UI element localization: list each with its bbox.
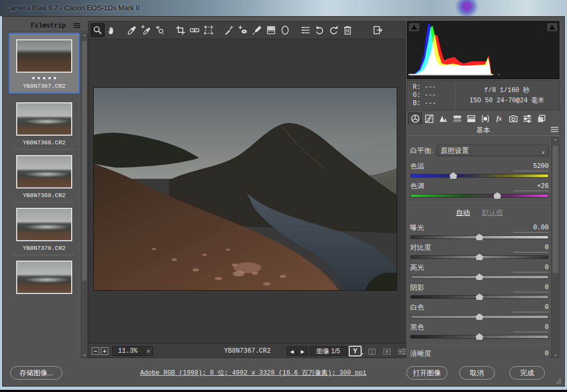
straighten-tool-icon[interactable]	[188, 23, 202, 37]
filmstrip-menu-icon[interactable]	[73, 23, 80, 29]
default-link[interactable]: 默认值	[482, 208, 503, 218]
scroll-up-icon[interactable]: ⌃	[81, 33, 87, 40]
white-balance-label: 白平衡:	[410, 146, 433, 156]
tab-snapshots[interactable]	[534, 113, 548, 124]
preview-statusbar: − + 11.3% ∨ YB8N7367.CR2 ◀ ▶ 图像 1/5 Y	[88, 343, 406, 358]
resize-grip[interactable]	[556, 379, 561, 384]
slider-value-field[interactable]: 5200	[513, 163, 549, 171]
slider-thumb[interactable]	[476, 333, 483, 340]
slider-value-field[interactable]: 0.00	[513, 224, 549, 233]
highlight-clipping-indicator[interactable]	[547, 23, 557, 31]
filmstrip-thumbnail[interactable]: YB8N7370.CR2	[9, 202, 80, 255]
white-balance-tool-icon[interactable]	[125, 23, 139, 37]
filmstrip-thumbnail[interactable]	[9, 255, 80, 294]
slider-track[interactable]	[410, 255, 549, 259]
filmstrip-thumbnail[interactable]: YB8N7368.CR2	[9, 97, 80, 150]
tab-camera-calibration[interactable]	[506, 113, 520, 124]
main-preview-image[interactable]	[93, 87, 397, 291]
scrollbar-thumb[interactable]	[82, 41, 87, 281]
next-image-button[interactable]: ▶	[298, 346, 308, 356]
swap-before-after-icon[interactable]	[365, 346, 378, 356]
slider-thumb[interactable]	[476, 274, 483, 280]
before-after-toggle-button[interactable]: Y	[349, 346, 362, 356]
slider-value-field[interactable]: 0	[513, 304, 549, 312]
slider-label: 白色	[410, 303, 424, 312]
spot-removal-tool-icon[interactable]	[222, 23, 236, 37]
auto-link[interactable]: 自动	[456, 208, 470, 218]
adjustment-brush-tool-icon[interactable]	[250, 23, 264, 37]
slider-value-field[interactable]: 0	[513, 284, 549, 292]
copy-settings-icon[interactable]	[381, 346, 393, 356]
scrollbar-thumb[interactable]	[552, 145, 558, 273]
slider-track[interactable]	[410, 295, 549, 299]
open-image-button[interactable]: 打开图像	[406, 366, 447, 380]
slider-track[interactable]	[410, 174, 549, 178]
slider-thumb[interactable]	[476, 254, 483, 260]
tab-split-toning[interactable]	[464, 113, 478, 124]
crop-tool-icon[interactable]	[174, 23, 188, 37]
slider-thumb[interactable]	[476, 234, 483, 240]
rating-dots[interactable]	[10, 77, 79, 79]
slider-thumb[interactable]	[476, 293, 483, 300]
save-image-button[interactable]: 存储图像...	[10, 366, 63, 380]
fullscreen-toggle-icon[interactable]	[371, 23, 385, 37]
tab-hsl-grayscale[interactable]	[450, 113, 464, 124]
filmstrip-thumbnail[interactable]: YB8N7369.CR2	[9, 150, 80, 202]
previous-image-button[interactable]: ◀	[287, 346, 297, 356]
zoom-in-button[interactable]: +	[101, 347, 108, 355]
radial-filter-tool-icon[interactable]	[278, 23, 292, 37]
delete-icon[interactable]	[341, 23, 355, 37]
rotate-right-icon[interactable]	[327, 23, 341, 37]
slider-track[interactable]	[410, 335, 549, 339]
slider-track[interactable]	[410, 315, 549, 319]
rotate-left-icon[interactable]	[313, 23, 327, 37]
white-balance-select[interactable]: 原照设置 ∨	[437, 145, 549, 156]
red-eye-tool-icon[interactable]	[236, 23, 250, 37]
scroll-down-icon[interactable]: ⌄	[552, 351, 559, 358]
graduated-filter-tool-icon[interactable]	[264, 23, 278, 37]
slider-value-field[interactable]: +26	[513, 183, 549, 191]
slider-value-field[interactable]: 0	[513, 264, 549, 272]
tab-presets[interactable]	[520, 113, 534, 124]
window-titlebar[interactable]: Camera Raw 9.7 - Canon EOS-1Ds Mark II	[0, 0, 567, 16]
cancel-button[interactable]: 取消	[459, 366, 495, 380]
slider-thumb[interactable]	[450, 172, 457, 179]
slider-value-field[interactable]: 0	[513, 350, 549, 358]
zoom-out-button[interactable]: −	[92, 347, 99, 355]
shadow-clipping-indicator[interactable]	[409, 23, 419, 31]
thumbnail-image[interactable]	[16, 261, 72, 294]
scroll-down-icon[interactable]: ⌄	[81, 351, 87, 358]
transform-tool-icon[interactable]	[202, 23, 216, 37]
workflow-options-link[interactable]: Adobe RGB (1998); 8 位; 4992 x 3328 (16.6…	[137, 368, 369, 377]
slider-value-field[interactable]: 0	[513, 324, 549, 332]
slider-thumb[interactable]	[476, 313, 483, 320]
zoom-level-field[interactable]: 11.3%	[112, 346, 143, 356]
tab-effects[interactable]: fx	[492, 113, 506, 124]
thumbnail-image[interactable]	[16, 102, 72, 136]
slider-track[interactable]	[410, 235, 549, 239]
done-button[interactable]: 完成	[509, 366, 545, 380]
panel-scrollbar[interactable]: ⌃ ⌄	[551, 137, 559, 358]
preferences-icon[interactable]	[299, 23, 313, 37]
slider-track[interactable]	[410, 275, 549, 279]
image-canvas[interactable]	[88, 39, 406, 343]
thumbnail-image[interactable]	[16, 39, 72, 73]
tab-detail[interactable]	[436, 113, 450, 124]
zoom-tool-icon[interactable]	[91, 23, 105, 37]
slider-value-field[interactable]: 0	[513, 244, 549, 253]
zoom-level-dropdown[interactable]: ∨	[144, 346, 153, 356]
tab-lens-corrections[interactable]	[478, 113, 492, 124]
slider-track[interactable]	[410, 194, 549, 198]
scroll-up-icon[interactable]: ⌃	[552, 138, 559, 144]
filmstrip-thumbnail[interactable]: YB8N7367.CR2	[9, 33, 80, 94]
color-sampler-tool-icon[interactable]	[139, 23, 153, 37]
slider-thumb[interactable]	[494, 192, 501, 199]
targeted-adjustment-tool-icon[interactable]	[153, 23, 167, 37]
tab-basic[interactable]	[408, 113, 422, 124]
thumbnail-image[interactable]	[16, 155, 72, 188]
thumbnail-image[interactable]	[16, 208, 72, 241]
filmstrip-scrollbar[interactable]: ⌃ ⌄	[81, 33, 88, 358]
panel-menu-icon[interactable]	[551, 127, 558, 132]
hand-tool-icon[interactable]	[105, 23, 119, 37]
tab-tone-curve[interactable]	[422, 113, 436, 124]
